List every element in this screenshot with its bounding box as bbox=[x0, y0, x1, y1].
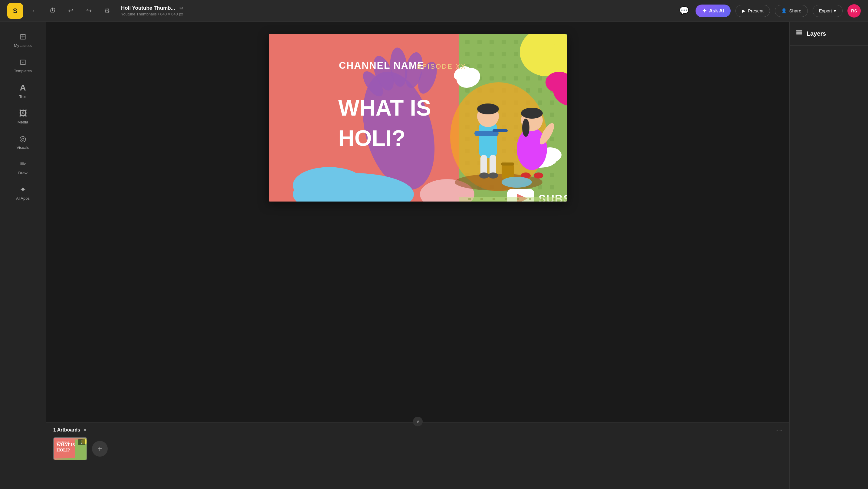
svg-rect-147 bbox=[501, 162, 514, 165]
settings-icon: ⚙ bbox=[104, 7, 110, 15]
svg-rect-164 bbox=[553, 198, 555, 200]
layers-panel: Layers bbox=[789, 22, 868, 489]
logo-button[interactable]: S bbox=[7, 3, 23, 19]
main-layout: ⊞ My assets ⊡ Templates A Text 🖼 Media ◎… bbox=[0, 22, 868, 489]
canvas-container: CHANNEL NAME EPISODE XX WHAT IS HOLI? SU… bbox=[269, 34, 567, 202]
ask-ai-button[interactable]: ✦ Ask AI bbox=[695, 4, 731, 17]
svg-rect-29 bbox=[502, 76, 506, 81]
export-label: Export bbox=[819, 8, 832, 13]
share-label: Share bbox=[789, 8, 801, 13]
sidebar-item-my-assets[interactable]: ⊞ My assets bbox=[0, 27, 46, 52]
layers-title: Layers bbox=[807, 30, 826, 37]
cloud-icon: ✉ bbox=[179, 6, 183, 10]
thumbnails-row: WHAT IS HOLI? CHANNEL NAME ⋮ + bbox=[46, 437, 789, 460]
sidebar-item-label: Visuals bbox=[17, 145, 29, 150]
undo-button[interactable]: ↩ bbox=[64, 4, 78, 18]
document-title: Holi Youtube Thumb... bbox=[121, 5, 175, 11]
visuals-icon: ◎ bbox=[19, 134, 26, 144]
svg-point-138 bbox=[488, 173, 498, 179]
sparkle-icon: ✦ bbox=[702, 7, 707, 14]
svg-rect-34 bbox=[465, 88, 470, 93]
layers-icon bbox=[796, 29, 803, 38]
collapse-button[interactable]: ∨ bbox=[413, 417, 423, 426]
history-icon: ⏱ bbox=[49, 7, 56, 15]
svg-rect-10 bbox=[465, 52, 470, 56]
ask-ai-label: Ask AI bbox=[709, 8, 724, 13]
redo-button[interactable]: ↪ bbox=[82, 4, 96, 18]
sidebar: ⊞ My assets ⊡ Templates A Text 🖼 Media ◎… bbox=[0, 22, 46, 489]
sidebar-item-label: AI Apps bbox=[16, 196, 30, 201]
svg-rect-160 bbox=[505, 198, 507, 200]
thumbnail-options-button[interactable]: ⋮ bbox=[78, 439, 85, 445]
svg-rect-40 bbox=[538, 88, 542, 93]
sidebar-item-templates[interactable]: ⊡ Templates bbox=[0, 52, 46, 78]
topbar-right: 💬 ✦ Ask AI ▶ Present 👤 Share Export ▾ RS bbox=[677, 4, 861, 18]
svg-rect-162 bbox=[529, 198, 531, 200]
present-button[interactable]: ▶ Present bbox=[736, 5, 770, 17]
svg-rect-161 bbox=[517, 198, 519, 200]
svg-rect-22 bbox=[514, 64, 518, 68]
sidebar-item-visuals[interactable]: ◎ Visuals bbox=[0, 129, 46, 154]
collapse-icon: ∨ bbox=[416, 419, 419, 424]
svg-text:WHAT IS: WHAT IS bbox=[57, 442, 75, 447]
svg-point-132 bbox=[477, 103, 499, 114]
svg-rect-134 bbox=[493, 129, 508, 132]
svg-rect-57 bbox=[550, 113, 554, 117]
svg-rect-14 bbox=[514, 52, 518, 56]
templates-icon: ⊡ bbox=[20, 58, 26, 67]
svg-rect-172 bbox=[796, 31, 802, 33]
canvas-area: CHANNEL NAME EPISODE XX WHAT IS HOLI? SU… bbox=[46, 22, 789, 489]
sidebar-item-text[interactable]: A Text bbox=[0, 78, 46, 103]
svg-rect-48 bbox=[538, 100, 542, 105]
svg-rect-104 bbox=[538, 185, 542, 189]
avatar[interactable]: RS bbox=[847, 4, 861, 18]
artboards-options-button[interactable]: ⋯ bbox=[776, 426, 782, 434]
sidebar-item-label: Media bbox=[18, 120, 28, 124]
svg-rect-159 bbox=[493, 198, 495, 200]
thumbnail-1[interactable]: WHAT IS HOLI? CHANNEL NAME ⋮ bbox=[53, 437, 87, 460]
svg-rect-163 bbox=[541, 198, 544, 200]
chat-icon: 💬 bbox=[679, 6, 689, 16]
svg-rect-173 bbox=[796, 30, 802, 31]
history-button[interactable]: ⏱ bbox=[46, 4, 59, 18]
svg-text:CHANNEL NAME: CHANNEL NAME bbox=[339, 60, 425, 71]
sidebar-item-label: Text bbox=[19, 94, 27, 99]
svg-rect-3 bbox=[477, 40, 482, 44]
svg-rect-32 bbox=[538, 76, 542, 81]
svg-rect-6 bbox=[514, 40, 518, 44]
svg-point-148 bbox=[502, 177, 532, 188]
sidebar-item-label: My assets bbox=[14, 43, 32, 48]
svg-rect-31 bbox=[526, 76, 530, 81]
back-button[interactable]: ← bbox=[28, 4, 41, 18]
svg-text:WHAT IS: WHAT IS bbox=[338, 95, 431, 120]
text-icon: A bbox=[20, 83, 26, 93]
bottom-bar: ∨ 1 Artboards ▾ ⋯ WHAT IS HOLI? bbox=[46, 422, 789, 489]
svg-rect-105 bbox=[550, 185, 554, 189]
layers-header: Layers bbox=[789, 22, 868, 46]
artboards-chevron-icon[interactable]: ▾ bbox=[84, 427, 86, 433]
topbar: S ← ⏱ ↩ ↪ ⚙ Holi Youtube Thumb... ✉ Yout… bbox=[0, 0, 868, 22]
svg-rect-156 bbox=[459, 197, 567, 202]
settings-button[interactable]: ⚙ bbox=[100, 4, 114, 18]
export-button[interactable]: Export ▾ bbox=[813, 5, 843, 17]
main-canvas[interactable]: CHANNEL NAME EPISODE XX WHAT IS HOLI? SU… bbox=[269, 34, 567, 202]
chat-button[interactable]: 💬 bbox=[677, 4, 691, 18]
back-icon: ← bbox=[31, 7, 38, 15]
sidebar-item-label: Draw bbox=[18, 171, 27, 175]
svg-rect-28 bbox=[490, 76, 494, 81]
svg-text:CHANNEL NAME: CHANNEL NAME bbox=[57, 441, 69, 443]
svg-rect-39 bbox=[526, 88, 530, 93]
artboards-label: 1 Artboards bbox=[53, 427, 80, 433]
share-icon: 👤 bbox=[781, 8, 787, 13]
share-button[interactable]: 👤 Share bbox=[775, 5, 808, 17]
svg-point-145 bbox=[534, 173, 544, 179]
svg-rect-13 bbox=[502, 52, 506, 56]
svg-rect-30 bbox=[514, 76, 518, 81]
sidebar-item-ai-apps[interactable]: ✦ AI Apps bbox=[0, 179, 46, 205]
sidebar-item-media[interactable]: 🖼 Media bbox=[0, 103, 46, 129]
svg-rect-171 bbox=[796, 33, 802, 34]
sidebar-item-draw[interactable]: ✏ Draw bbox=[0, 154, 46, 179]
ai-apps-icon: ✦ bbox=[20, 185, 26, 194]
add-artboard-button[interactable]: + bbox=[92, 441, 108, 457]
svg-point-142 bbox=[522, 119, 529, 137]
